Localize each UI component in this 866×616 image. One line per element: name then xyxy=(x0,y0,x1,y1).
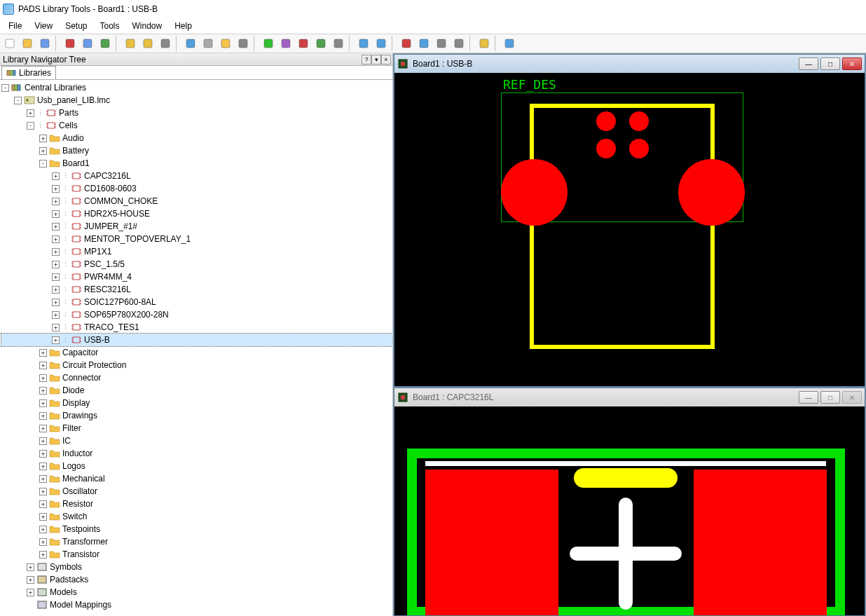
tab-libraries[interactable]: Libraries xyxy=(1,66,56,79)
tree-folder-mechanical[interactable]: +Mechanical xyxy=(1,472,392,485)
tree-folder-inductor[interactable]: +Inductor xyxy=(1,447,392,460)
tree-folder-logos[interactable]: +Logos xyxy=(1,460,392,472)
tree-expander[interactable]: + xyxy=(52,223,60,231)
close-button[interactable]: ✕ xyxy=(842,57,862,70)
tree-symbols[interactable]: +Symbols xyxy=(1,561,392,573)
mdi-titlebar-capc3216l[interactable]: Board1 : CAPC3216L — □ ✕ xyxy=(394,388,865,406)
toolbar-save[interactable] xyxy=(36,36,53,51)
mdi-titlebar-usb-b[interactable]: Board1 : USB-B — □ ✕ xyxy=(394,55,865,73)
tree-models[interactable]: +Models xyxy=(1,586,392,598)
tree-cell-common_choke[interactable]: +⋮COMMON_CHOKE xyxy=(1,195,392,207)
toolbar-split[interactable] xyxy=(433,36,450,51)
tree-cell-hdr2x5-house[interactable]: +⋮HDR2X5-HOUSE xyxy=(1,207,392,220)
tree-cell-mp1x1[interactable]: +⋮MP1X1 xyxy=(1,245,392,258)
menu-help[interactable]: Help xyxy=(169,20,198,32)
tree-expander[interactable]: + xyxy=(52,286,60,294)
tree-central-libraries[interactable]: -Central Libraries xyxy=(1,81,392,94)
tree-parts[interactable]: +⋮Parts xyxy=(1,107,392,119)
tree-padstacks[interactable]: +Padstacks xyxy=(1,573,392,586)
library-tree[interactable]: -Central Libraries-Usb_panel_LIB.lmc+⋮Pa… xyxy=(0,80,392,616)
tree-expander[interactable]: + xyxy=(52,185,60,193)
tree-folder-capacitor[interactable]: +Capacitor xyxy=(1,346,392,359)
toolbar-green-circle[interactable] xyxy=(260,36,277,51)
tree-expander[interactable]: + xyxy=(39,526,47,533)
tree-expander[interactable]: + xyxy=(39,437,47,445)
tree-expander[interactable]: + xyxy=(39,463,47,470)
tree-folder-circuit-protection[interactable]: +Circuit Protection xyxy=(1,359,392,371)
tree-cell-resc3216l[interactable]: +⋮RESC3216L xyxy=(1,283,392,296)
tree-expander[interactable]: + xyxy=(39,425,47,432)
tree-cell-cd1608-0603[interactable]: +⋮CD1608-0603 xyxy=(1,182,392,195)
toolbar-grid[interactable] xyxy=(235,36,252,51)
tree-expander[interactable]: + xyxy=(39,147,47,155)
tree-expander[interactable]: - xyxy=(27,122,34,130)
tree-folder-switch[interactable]: +Switch xyxy=(1,510,392,523)
tree-folder-connector[interactable]: +Connector xyxy=(1,371,392,384)
toolbar-db-wrench[interactable] xyxy=(330,36,347,51)
tree-cell-soic127p600-8al[interactable]: +⋮SOIC127P600-8AL xyxy=(1,296,392,308)
toolbar-undo[interactable] xyxy=(355,36,372,51)
tree-folder-resistor[interactable]: +Resistor xyxy=(1,498,392,510)
toolbar-prop-grid[interactable] xyxy=(62,36,78,51)
panel-dropdown[interactable]: ▾ xyxy=(371,55,381,64)
toolbar-db-red[interactable] xyxy=(295,36,312,51)
tree-folder-battery[interactable]: +Battery xyxy=(1,144,392,157)
tree-expander[interactable]: + xyxy=(52,311,60,319)
tree-expander[interactable]: + xyxy=(39,488,47,495)
tree-expander[interactable]: + xyxy=(52,336,60,344)
menu-setup[interactable]: Setup xyxy=(60,20,92,32)
tree-expander[interactable]: + xyxy=(52,172,60,180)
tree-cell-pwr4mm_4[interactable]: +⋮PWR4MM_4 xyxy=(1,271,392,283)
tree-folder-ic[interactable]: +IC xyxy=(1,434,392,447)
toolbar-wrench[interactable] xyxy=(200,36,216,51)
menu-view[interactable]: View xyxy=(29,20,58,32)
tree-expander[interactable]: + xyxy=(39,450,47,458)
tree-cell-sop65p780x200-28n[interactable]: +⋮SOP65P780X200-28N xyxy=(1,308,392,321)
toolbar-edit-yellow[interactable] xyxy=(122,36,139,51)
tree-expander[interactable]: + xyxy=(39,551,47,559)
tree-expander[interactable]: + xyxy=(52,235,60,243)
tree-expander[interactable]: + xyxy=(52,299,60,306)
tree-expander[interactable]: + xyxy=(39,412,47,420)
canvas-usb-b[interactable]: REF_DES xyxy=(394,73,865,386)
maximize-button[interactable]: □ xyxy=(820,391,840,404)
close-button[interactable]: ✕ xyxy=(842,391,862,404)
tree-expander[interactable]: + xyxy=(39,135,47,142)
tree-folder-testpoints[interactable]: +Testpoints xyxy=(1,523,392,535)
tree-folder-oscillator[interactable]: +Oscillator xyxy=(1,485,392,498)
tree-expander[interactable]: + xyxy=(27,576,34,584)
tree-folder-transistor[interactable]: +Transistor xyxy=(1,548,392,561)
toolbar-purple[interactable] xyxy=(277,36,294,51)
tree-expander[interactable]: + xyxy=(52,273,60,281)
tree-expander[interactable]: + xyxy=(39,538,47,546)
tree-expander[interactable]: + xyxy=(39,362,47,369)
tree-folder-filter[interactable]: +Filter xyxy=(1,422,392,434)
toolbar-window-blue[interactable] xyxy=(415,36,432,51)
tree-cell-capc3216l[interactable]: +⋮CAPC3216L xyxy=(1,170,392,182)
toolbar-prop-text[interactable] xyxy=(79,36,96,51)
tree-cell-jumper_#1#[interactable]: +⋮JUMPER_#1# xyxy=(1,220,392,233)
tree-cell-mentor_topoverlay_1[interactable]: +⋮MENTOR_TOPOVERLAY_1 xyxy=(1,233,392,245)
tree-expander[interactable]: + xyxy=(39,500,47,508)
menu-window[interactable]: Window xyxy=(127,20,168,32)
tree-cell-traco_tes1[interactable]: +⋮TRACO_TES1 xyxy=(1,321,392,334)
toolbar-cascade[interactable] xyxy=(451,36,467,51)
tree-folder-diode[interactable]: +Diode xyxy=(1,384,392,397)
tree-expander[interactable]: + xyxy=(52,324,60,331)
toolbar-help[interactable] xyxy=(501,36,518,51)
tree-expander[interactable]: - xyxy=(1,84,9,92)
panel-help[interactable]: ? xyxy=(362,55,371,64)
tree-expander[interactable]: - xyxy=(39,160,47,167)
tree-expander[interactable]: - xyxy=(14,97,22,104)
tree-expander[interactable]: + xyxy=(52,210,60,218)
tree-cell-psc_1.5/5[interactable]: +⋮PSC_1.5/5 xyxy=(1,258,392,271)
toolbar-gear[interactable] xyxy=(157,36,174,51)
tree-expander[interactable]: + xyxy=(39,349,47,357)
tree-cells[interactable]: -⋮Cells xyxy=(1,119,392,132)
tree-expander[interactable]: + xyxy=(39,513,47,521)
tree-expander[interactable]: + xyxy=(39,399,47,407)
toolbar-new[interactable] xyxy=(1,36,18,51)
tree-expander[interactable]: + xyxy=(27,109,34,117)
tree-folder-display[interactable]: +Display xyxy=(1,397,392,409)
tree-folder-transformer[interactable]: +Transformer xyxy=(1,535,392,548)
